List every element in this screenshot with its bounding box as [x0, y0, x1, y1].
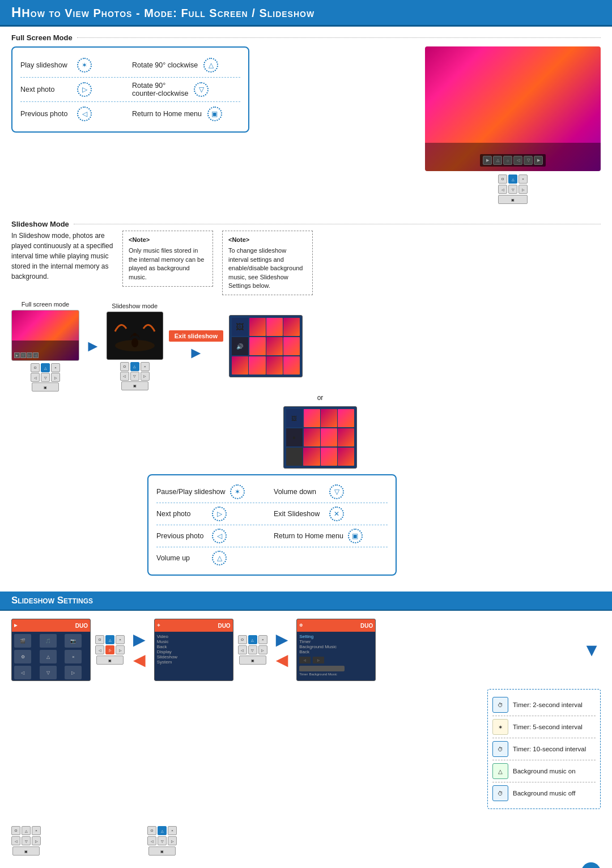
play-slideshow-icon-area: ✶: [76, 57, 93, 74]
rc-up-btn: △: [508, 175, 517, 184]
prev-photo-label: Previous photo: [20, 110, 71, 118]
home-menu-label: Return to Home menu: [132, 110, 202, 118]
settings-remote-2: O△× ◁▽▷ ▣: [238, 635, 267, 665]
br2-d: ▽: [158, 836, 167, 845]
br1-o: O: [11, 826, 20, 835]
ss-next-photo-label: Next photo: [156, 510, 207, 518]
full-remote: O△× ◁▽▷ ▣: [11, 363, 79, 392]
or-label-area: or 🖼 ■: [283, 394, 357, 469]
play-slideshow-item: Play slideshow ✶: [20, 57, 129, 74]
s1rc-r: ▷: [116, 645, 125, 654]
rc-left-btn: ◁: [498, 185, 507, 194]
fullscreen-section-label: Full Screen Mode: [11, 33, 601, 42]
play-slideshow-label: Play slideshow: [20, 61, 71, 69]
remote-row-top: O △ ×: [498, 175, 528, 184]
home-icon-5: △: [40, 650, 57, 663]
remote-cluster: O △ × ◁ ▽ ▷ ▣: [498, 175, 528, 204]
slideshow-controls-area: Pause/Play slideshow ✶ Volume down ▽ Nex…: [147, 474, 601, 576]
s1rc-d: !▷: [105, 645, 114, 654]
timer-row-3: ⏱ Timer: 10-second interval: [492, 738, 596, 760]
pause-play-label: Pause/Play slideshow: [156, 488, 226, 496]
s2rc-x: ×: [258, 635, 267, 644]
s1rc-l: ◁: [95, 645, 104, 654]
sun-play-icon: ✶: [230, 484, 245, 499]
frc-up: △: [41, 363, 50, 372]
vol-up-item: Volume up △: [156, 551, 388, 565]
ss-control-row-3: Previous photo ◁ Return to Home menu ▣: [156, 525, 388, 547]
bg-music-off-icon: ⏱: [492, 785, 508, 801]
arrow-to-slideshow: ►: [85, 337, 101, 355]
ss-control-row-1: Pause/Play slideshow ✶ Volume down ▽: [156, 481, 388, 503]
menu-items-3: Setting Timer Background Music Back ◁ ▷ …: [297, 632, 375, 678]
home-menu-icon-area: ▣: [206, 105, 223, 122]
x-icon: ✕: [329, 507, 344, 521]
settings-arrow-right-1: ►: [129, 629, 150, 650]
br1-x: ×: [32, 826, 41, 835]
src-r: ▷: [141, 372, 150, 381]
next-icon: ▷: [77, 82, 92, 97]
down-arrow-area: ▼: [380, 640, 601, 661]
next-photo-icon-area: ▷: [76, 81, 93, 98]
timer-5s-label: Timer: 5-second interval: [513, 723, 583, 731]
fullscreen-controls-box: Play slideshow ✶ Rotate 90° clockwise △ …: [11, 46, 249, 133]
vol-down-label: Volume down: [274, 488, 325, 496]
ss-control-row-2: Next photo ▷ Exit Slideshow ✕: [156, 503, 388, 525]
timer-10s-label: Timer: 10-second interval: [513, 745, 586, 754]
slideshow-description: In Slideshow mode, photos are played con…: [11, 231, 113, 282]
s2rc-o: O: [238, 635, 247, 644]
bg-music-on-label: Background music on: [513, 767, 576, 776]
br1-up: △: [22, 826, 31, 835]
sun-icon: ✶: [77, 58, 92, 73]
rotate-ccw-icon: ▽: [194, 82, 209, 97]
home-icon-photo: 📷: [65, 634, 82, 648]
timer-row-1: ⏱ Timer: 2-second interval: [492, 694, 596, 716]
arrow-to-grid: ►: [188, 344, 204, 362]
settings-arrow-left-1: ◄: [129, 650, 150, 670]
vol-down-icon: ▽: [329, 484, 344, 499]
next-photo-item: Next photo ▷: [20, 81, 129, 98]
ss-home-icon: ▣: [348, 529, 363, 543]
ss-control-row-4: Volume up △: [156, 547, 388, 569]
home-header-3: ⚙ DUO: [297, 619, 375, 632]
fullscreen-layout: Play slideshow ✶ Rotate 90° clockwise △ …: [11, 46, 601, 204]
slideshow-content: In Slideshow mode, photos are played con…: [0, 231, 612, 585]
remote-row-mid: ◁ ▽ ▷: [498, 185, 528, 194]
arrow-down-settings: ▼: [583, 640, 601, 661]
exit-arrow-area: Exit slideshow ►: [169, 330, 223, 362]
br2-up: △: [158, 826, 167, 835]
s2rc-ok: ▣: [239, 656, 266, 665]
s1rc-o: O: [95, 635, 104, 644]
s2rc-up: △: [248, 635, 257, 644]
bird-silhouette: [112, 314, 158, 357]
note1-text: Only music files stored in the internal …: [129, 247, 204, 280]
settings-bottom-remotes: O△× ◁▽▷ ▣ O△× ◁▽▷ ▣: [0, 826, 612, 867]
src-d: ▽: [130, 372, 139, 381]
control-row-1: Play slideshow ✶ Rotate 90° clockwise △: [20, 53, 240, 78]
vol-up-icon: △: [212, 551, 227, 565]
ss-next-icon: ▷: [212, 507, 227, 521]
frc-o: O: [31, 363, 40, 372]
prev-photo-icon-area: ◁: [76, 105, 93, 122]
note-box-2: <Note> To change slideshow interval sett…: [222, 231, 313, 295]
slideshow-notes-row: In Slideshow mode, photos are played con…: [11, 231, 601, 295]
settings-diagram: ▶ DUO 🎬 🎵 📷 ⚙ △ × ◁ ▽ ▷ O△× ◁!▷▷ ▣ ► ◄ ✈…: [0, 611, 612, 689]
home-icon-music: 🎵: [40, 634, 57, 648]
prev-photo-item: Previous photo ◁: [20, 105, 129, 122]
home-icon-9: ▷: [65, 666, 82, 679]
src-x: ×: [141, 362, 150, 371]
br2-x: ×: [168, 826, 177, 835]
full-screen-thumb: ▶ ▽ ▷ ◁: [11, 310, 79, 361]
s1rc-x: ×: [116, 635, 125, 644]
settings-arrows-2: ► ◄: [272, 629, 292, 670]
frc-d: ▽: [41, 373, 50, 382]
rotate-cw-label: Rotate 90° clockwise: [132, 61, 198, 69]
frc-x: ×: [51, 363, 60, 372]
menu-items-2: Video Music Back Display Slideshow Syste…: [155, 632, 233, 667]
fullscreen-content: Play slideshow ✶ Rotate 90° clockwise △ …: [0, 46, 612, 213]
or-label: or: [317, 394, 324, 402]
exit-slideshow-button[interactable]: Exit slideshow: [169, 330, 223, 342]
timer-row-5: ⏱ Background music off: [492, 782, 596, 804]
src-o: O: [120, 362, 129, 371]
bot-remote-1: O△× ◁▽▷ ▣: [11, 826, 41, 856]
home-icon-settings: ⚙: [14, 650, 31, 663]
